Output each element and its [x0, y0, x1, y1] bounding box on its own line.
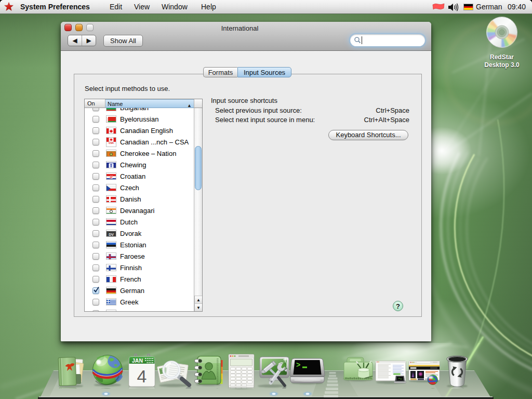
svg-text:4: 4 [137, 366, 147, 386]
svg-text:DV: DV [109, 233, 114, 236]
svg-text:JAN: JAN [132, 357, 143, 364]
svg-text:>: > [296, 361, 300, 369]
svg-text:CSA: CSA [109, 141, 114, 144]
